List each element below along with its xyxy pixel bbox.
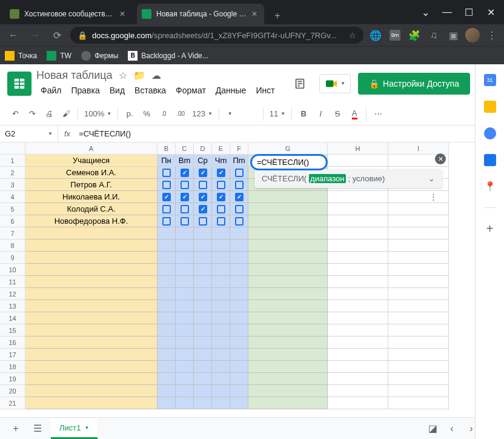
cell[interactable] [328, 203, 388, 215]
sheet-tab-active[interactable]: Лист1 ▼ [51, 418, 98, 439]
cell[interactable] [25, 264, 158, 276]
name-box[interactable]: G2▼ [0, 126, 58, 142]
menu-insert[interactable]: Вставка [130, 83, 170, 98]
cell[interactable] [194, 288, 212, 300]
cell[interactable] [25, 312, 158, 324]
cell[interactable]: Петров А.Г. [25, 179, 158, 191]
sheets-logo[interactable] [7, 72, 31, 96]
cell[interactable] [328, 349, 388, 361]
row-header[interactable]: 3 [0, 179, 25, 191]
cell[interactable] [248, 312, 328, 324]
menu-icon[interactable]: ⋮ [485, 28, 499, 42]
cell[interactable] [248, 191, 328, 203]
cell[interactable] [25, 361, 158, 373]
browser-tab[interactable]: Хостинговое сообщество «Time ✕ [5, 4, 132, 24]
row-header[interactable]: 18 [0, 361, 25, 373]
row-header[interactable]: 5 [0, 203, 25, 215]
add-addon-button[interactable]: + [484, 223, 496, 235]
cell[interactable] [176, 264, 194, 276]
cell[interactable] [212, 397, 230, 409]
cell[interactable] [25, 276, 158, 288]
cell[interactable] [194, 167, 212, 179]
history-icon[interactable] [288, 72, 312, 96]
paint-format-button[interactable]: 🖌 [58, 106, 74, 122]
all-sheets-button[interactable]: ☰ [29, 420, 46, 437]
cell[interactable]: Учащиеся [25, 155, 158, 167]
italic-button[interactable]: I [313, 106, 328, 122]
row-header[interactable]: 11 [0, 276, 25, 288]
row-header[interactable]: 8 [0, 240, 25, 252]
cell[interactable] [388, 361, 449, 373]
number-format-select[interactable]: 123▼ [190, 109, 215, 118]
cell[interactable] [248, 288, 328, 300]
cell[interactable] [25, 227, 158, 240]
cell[interactable] [158, 240, 176, 252]
formula-input[interactable]: =СЧЁТЕСЛИ() [76, 129, 504, 138]
cell[interactable] [328, 264, 388, 276]
new-tab-button[interactable]: + [269, 7, 286, 24]
cell[interactable] [328, 373, 388, 385]
cell[interactable] [176, 312, 194, 324]
cell[interactable] [328, 288, 388, 300]
tasks-icon[interactable] [484, 127, 496, 139]
cell[interactable] [230, 215, 248, 227]
share-button[interactable]: 🔒 Настройки Доступа [358, 73, 470, 95]
cell[interactable] [248, 300, 328, 312]
cell[interactable] [230, 349, 248, 361]
cell[interactable] [212, 337, 230, 349]
cell[interactable] [212, 179, 230, 191]
cell[interactable] [158, 167, 176, 179]
cell[interactable] [158, 312, 176, 324]
cell[interactable] [176, 215, 194, 227]
cell[interactable] [328, 397, 388, 409]
cell[interactable]: Пн [158, 155, 176, 167]
cell[interactable] [388, 300, 449, 312]
cell[interactable] [194, 191, 212, 203]
close-icon[interactable]: ✕ [118, 9, 127, 19]
cell[interactable] [248, 203, 328, 215]
cell[interactable] [194, 324, 212, 337]
row-header[interactable]: 2 [0, 167, 25, 179]
cell[interactable] [158, 264, 176, 276]
checkbox[interactable] [217, 169, 225, 177]
cell[interactable] [212, 276, 230, 288]
checkbox[interactable] [199, 181, 207, 189]
extension-icon[interactable]: ♫ [426, 28, 441, 42]
checkbox[interactable] [217, 217, 225, 226]
cell[interactable] [176, 288, 194, 300]
extension-icon[interactable]: ▣ [446, 28, 460, 42]
row-header[interactable]: 19 [0, 373, 25, 385]
checkbox[interactable] [235, 217, 244, 226]
row-header[interactable]: 9 [0, 252, 25, 264]
checkbox[interactable] [199, 193, 207, 201]
column-header[interactable]: C [176, 142, 194, 155]
keep-icon[interactable] [484, 101, 496, 113]
checkbox[interactable] [217, 205, 225, 213]
cell[interactable] [230, 276, 248, 288]
explore-button[interactable]: ◪ [424, 420, 441, 437]
row-header[interactable]: 14 [0, 312, 25, 324]
cell[interactable] [158, 324, 176, 337]
cell[interactable] [194, 337, 212, 349]
cell[interactable] [176, 252, 194, 264]
cell[interactable] [230, 179, 248, 191]
checkbox[interactable] [199, 169, 207, 177]
cell[interactable] [230, 324, 248, 337]
cell[interactable] [194, 264, 212, 276]
cell[interactable] [158, 179, 176, 191]
checkbox[interactable] [181, 193, 189, 201]
scroll-left-button[interactable]: ‹ [443, 420, 460, 437]
row-header[interactable]: 12 [0, 288, 25, 300]
cell[interactable] [388, 385, 449, 397]
cell[interactable] [328, 385, 388, 397]
cell[interactable] [176, 337, 194, 349]
cell[interactable] [158, 300, 176, 312]
cell[interactable] [230, 252, 248, 264]
bookmark-item[interactable]: TW [47, 51, 71, 61]
checkbox[interactable] [199, 217, 207, 226]
cell[interactable] [212, 288, 230, 300]
cell[interactable] [194, 179, 212, 191]
more-button[interactable]: ⋯ [370, 106, 386, 122]
extensions-icon[interactable]: 🧩 [407, 28, 422, 42]
cell[interactable] [176, 276, 194, 288]
